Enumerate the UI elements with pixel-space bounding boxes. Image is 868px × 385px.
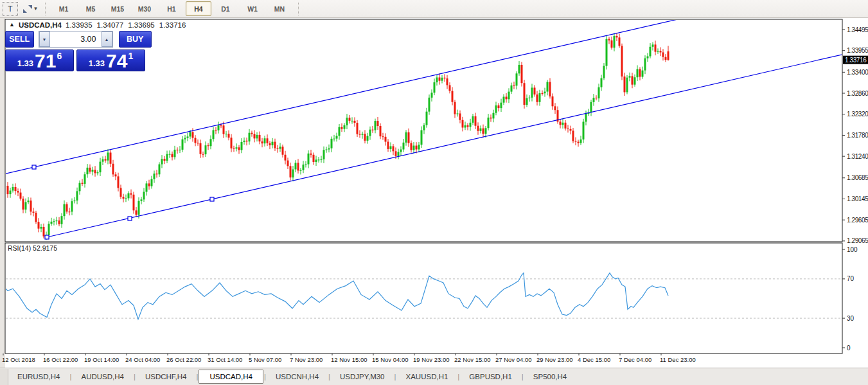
text-tool-button[interactable]: T [3, 2, 18, 16]
buy-price-display[interactable]: 1.33 74 1 [76, 49, 145, 71]
candle-body [477, 126, 479, 131]
candle-body [382, 136, 384, 137]
candle-body [364, 134, 366, 141]
symbol-tab-usdcad[interactable]: USDCAD,H4 [199, 370, 263, 384]
date-axis-label: 15 Nov 04:00 [372, 356, 409, 363]
channel-handle[interactable] [210, 197, 214, 201]
volume-increase-button[interactable]: ▲ [102, 31, 112, 47]
date-axis-label: 26 Oct 22:00 [166, 356, 201, 363]
channel-handle[interactable] [32, 165, 36, 169]
timeframe-button-m5[interactable]: M5 [78, 1, 103, 16]
candle-body [215, 130, 217, 130]
symbol-tab-eurusd[interactable]: EURUSD,H4 [8, 370, 69, 383]
candle-body [10, 191, 12, 195]
candle-body [603, 66, 605, 78]
candle-body [148, 183, 150, 186]
symbol-tab-usdjpy[interactable]: USDJPY,M30 [331, 370, 393, 383]
timeframe-button-h4[interactable]: H4 [186, 1, 211, 16]
candle-body [637, 69, 639, 77]
timeframe-button-d1[interactable]: D1 [213, 1, 238, 16]
candle-body [97, 172, 99, 173]
candle-body [665, 57, 667, 60]
candle-body [249, 133, 251, 142]
date-axis-label: 4 Dec 15:00 [578, 356, 610, 363]
candle-body [493, 113, 495, 119]
symbol-tab-usdcnh[interactable]: USDCNH,H4 [267, 370, 328, 383]
symbol-tab-usdchf[interactable]: USDCHF,H4 [136, 370, 196, 383]
candle-body [87, 168, 89, 174]
timeframe-button-w1[interactable]: W1 [240, 1, 265, 16]
candle-body [429, 98, 430, 112]
price-axis-label: 1.30145 [847, 195, 868, 202]
candle-body [668, 51, 669, 60]
candle-body [652, 44, 654, 46]
candle-body [213, 130, 215, 139]
candle-body [626, 78, 628, 93]
channel-handle[interactable] [45, 235, 49, 239]
price-axis-label: 1.34495 [847, 26, 868, 33]
buy-button-label: BUY [127, 35, 143, 44]
buy-price-prefix: 1.33 [89, 58, 105, 68]
candle-body [166, 154, 168, 161]
close-value: 1.33716 [159, 21, 186, 29]
tab-scroll-button[interactable] [0, 369, 8, 385]
candle-body [269, 143, 271, 145]
timeframe-button-m1[interactable]: M1 [51, 1, 76, 16]
cursor-arrows-icon [22, 4, 33, 13]
candle-body [598, 87, 600, 98]
candle-body [611, 40, 613, 48]
candle-body [457, 113, 459, 114]
timeframe-button-h1[interactable]: H1 [159, 1, 184, 16]
pointer-tools-button[interactable]: ▼ [21, 3, 40, 15]
sell-price-prefix: 1.33 [17, 58, 33, 68]
candle-body [159, 165, 161, 175]
sell-button[interactable]: SELL [5, 31, 34, 48]
volume-decrease-button[interactable]: ▼ [39, 31, 50, 47]
candle-body [662, 52, 664, 57]
channel-handle[interactable] [128, 217, 132, 220]
symbol-tab-sp500[interactable]: SP500,H4 [524, 370, 576, 383]
sell-price-big-digits: 71 [35, 52, 56, 70]
candle-body [441, 78, 443, 81]
symbol-tab-audusd[interactable]: AUDUSD,H4 [72, 370, 132, 383]
candle-body [313, 155, 315, 162]
candle-body [650, 47, 651, 57]
timeframe-button-m30[interactable]: M30 [132, 1, 157, 16]
buy-price-big-digits: 74 [106, 52, 127, 70]
candle-body [192, 132, 194, 138]
candle-body [390, 146, 392, 148]
candle-body [53, 221, 55, 222]
buy-button[interactable]: BUY [119, 31, 152, 48]
candle-body [552, 96, 554, 106]
candle-body [562, 123, 564, 125]
candle-body [300, 170, 302, 171]
timeframe-button-mn[interactable]: MN [267, 1, 292, 16]
open-value: 1.33935 [66, 21, 93, 29]
candle-body [395, 151, 397, 156]
sell-price-display[interactable]: 1.33 71 6 [5, 49, 74, 71]
candle-body [92, 170, 94, 172]
date-axis-label: 31 Oct 14:00 [208, 356, 242, 363]
volume-input[interactable]: 3.00 [50, 31, 102, 47]
candle-body [344, 125, 346, 129]
candle-body [500, 103, 502, 108]
timeframe-group: M1M5M15M30H1H4D1W1MN [50, 1, 293, 16]
collapse-trade-panel-icon[interactable]: ▲ [9, 21, 15, 28]
candle-body [585, 114, 587, 121]
date-axis-label: 12 Oct 2018 [2, 356, 35, 363]
candle-body [539, 93, 541, 102]
candle-body [398, 152, 400, 156]
timeframe-button-m15[interactable]: M15 [105, 1, 130, 16]
price-axis-label: 1.29605 [847, 217, 868, 224]
toolbar: T ▼ M1M5M15M30H1H4D1W1MN [0, 0, 868, 18]
candle-body [619, 37, 621, 46]
candle-body [423, 125, 425, 130]
price-axis-label: 1.31240 [847, 153, 868, 160]
symbol-tab-gbpusd[interactable]: GBPUSD,H1 [460, 370, 520, 383]
candle-body [632, 76, 633, 84]
candle-body [657, 51, 659, 51]
candle-body [480, 129, 482, 131]
symbol-tab-xauusd[interactable]: XAUUSD,H1 [397, 370, 457, 383]
price-axis-label: 1.29065 [847, 237, 868, 244]
candle-body [43, 227, 45, 237]
